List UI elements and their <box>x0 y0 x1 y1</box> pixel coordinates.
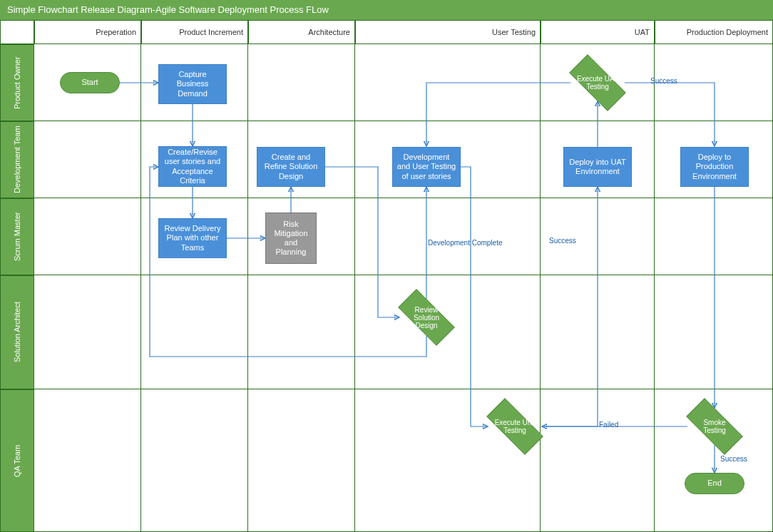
row-qa-team: QA Team <box>0 389 34 532</box>
corner-cell <box>0 20 34 44</box>
start-terminator: Start <box>60 72 120 93</box>
review-delivery-plan: Review Delivery Plan with other Teams <box>158 218 227 258</box>
col-product-increment: Product Increment <box>141 20 248 44</box>
create-refine-solution: Create and Refine Solution Design <box>257 147 325 187</box>
row-scrum-master: Scrum Master <box>0 198 34 275</box>
end-terminator: End <box>685 473 744 494</box>
capture-business-demand: Capture Business Demand <box>158 64 227 104</box>
edge-label-success-unit: Success <box>549 237 576 245</box>
swimlane-grid: Preperation Product Increment Architectu… <box>0 20 773 532</box>
col-uat: UAT <box>541 20 655 44</box>
row-product-owner: Product Owner <box>0 44 34 121</box>
execute-uat-testing-decision: Execute UAT Testing <box>570 64 625 101</box>
diagram-title: Simple Flowchart Release Diagram-Agile S… <box>0 0 773 20</box>
risk-mitigation: Risk Mitigation and Planning <box>265 213 317 264</box>
col-architecture: Architecture <box>248 20 355 44</box>
col-preperation: Preperation <box>34 20 141 44</box>
edge-label-failed: Failed <box>599 421 618 429</box>
row-solution-architect: Solution Architect <box>0 275 34 389</box>
edge-label-success-smoke: Success <box>720 455 747 463</box>
review-solution-design-decision: Review Solution Design <box>399 299 454 336</box>
smoke-testing-decision: Smoke Testing <box>687 408 742 445</box>
col-production-deployment: Production Deployment <box>655 20 773 44</box>
deploy-to-production: Deploy to Production Environment <box>680 147 749 187</box>
col-user-testing: User Testing <box>355 20 541 44</box>
row-development-team: Development Team <box>0 121 34 198</box>
deploy-into-uat: Deploy into UAT Environment <box>563 147 632 187</box>
create-revise-stories: Create/Revise user stories and Acceptanc… <box>158 146 227 187</box>
edge-label-success-uat: Success <box>650 77 677 85</box>
edge-label-development-complete: Development Complete <box>428 239 503 247</box>
development-user-testing: Development and User Testing of user sto… <box>392 147 461 187</box>
execute-unit-testing-decision: Execute Unit Testing <box>488 408 542 445</box>
